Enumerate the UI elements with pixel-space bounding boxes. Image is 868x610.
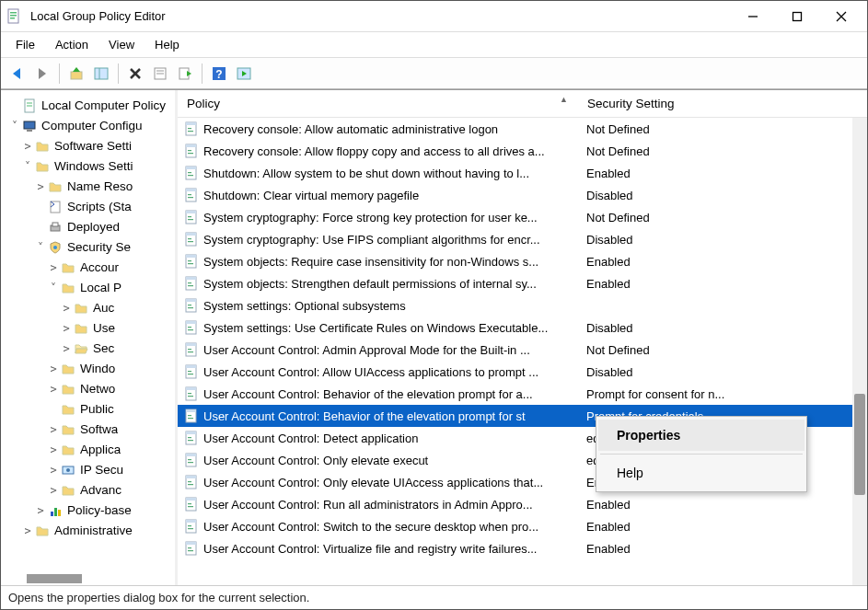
expand-icon[interactable]: > [34, 177, 47, 197]
tree-item[interactable]: Scripts (Sta [1, 197, 175, 217]
folder-icon [60, 482, 76, 499]
list-row[interactable]: System cryptography: Force strong key pr… [178, 206, 867, 228]
column-header-setting[interactable]: Security Setting [578, 93, 867, 114]
tree-item[interactable]: >Name Reso [1, 177, 175, 197]
menu-help[interactable]: Help [145, 35, 189, 54]
list-row[interactable]: Shutdown: Clear virtual memory pagefileD… [178, 184, 867, 206]
tree-item[interactable]: >Sec [1, 339, 175, 359]
expand-icon[interactable]: > [60, 318, 73, 339]
expand-icon[interactable]: > [47, 460, 60, 480]
tree-item[interactable]: ˅Local P [1, 278, 175, 298]
svg-rect-64 [186, 255, 196, 258]
folder-icon [60, 442, 76, 458]
tree-item[interactable]: Local Computer Policy [1, 96, 175, 116]
policy-setting: Not Defined [581, 211, 867, 224]
tree-item-label: Applica [80, 440, 121, 460]
tree-item[interactable]: >Applica [1, 440, 175, 460]
show-hide-tree-button[interactable] [90, 63, 112, 85]
back-button[interactable] [6, 63, 29, 85]
horizontal-scrollbar-thumb[interactable] [27, 574, 82, 583]
list-body[interactable]: Recovery console: Allow automatic admini… [178, 118, 867, 585]
expand-icon[interactable]: ˅ [21, 156, 34, 177]
list-row[interactable]: System objects: Require case insensitivi… [178, 250, 867, 272]
svg-rect-52 [186, 189, 196, 191]
expand-icon[interactable]: > [47, 440, 60, 460]
svg-rect-29 [27, 130, 32, 132]
close-button[interactable] [819, 2, 863, 31]
expand-icon[interactable]: > [47, 379, 60, 399]
help-button[interactable]: ? [208, 63, 230, 85]
context-menu-help[interactable]: Help [598, 457, 804, 489]
list-row[interactable]: Shutdown: Allow system to be shut down w… [178, 162, 867, 184]
tree-item[interactable]: >Windo [1, 359, 175, 379]
show-extended-button[interactable] [233, 63, 255, 85]
expand-icon[interactable]: ˅ [47, 278, 60, 298]
list-row[interactable]: Recovery console: Allow automatic admini… [178, 118, 867, 140]
expand-icon[interactable]: > [34, 501, 47, 521]
menu-view[interactable]: View [99, 35, 144, 54]
tree-item[interactable]: >Accour [1, 258, 175, 278]
menu-action[interactable]: Action [46, 35, 98, 54]
tree-item[interactable]: ˅Security Se [1, 237, 175, 258]
properties-button[interactable] [149, 63, 171, 85]
list-row[interactable]: Recovery console: Allow floppy copy and … [178, 140, 867, 162]
list-row[interactable]: User Account Control: Virtualize file an… [178, 537, 867, 559]
list-row[interactable]: User Account Control: Behavior of the el… [178, 383, 867, 405]
tree-item[interactable]: >Softwa [1, 420, 175, 440]
computer-icon [21, 118, 38, 134]
expand-icon[interactable]: > [47, 480, 60, 501]
tree-item-label: Policy-base [67, 501, 132, 521]
expand-icon[interactable]: > [47, 420, 60, 440]
list-row[interactable]: System cryptography: Use FIPS compliant … [178, 228, 867, 250]
tree-item-label: Sec [93, 339, 114, 359]
tree-item[interactable]: >Netwo [1, 379, 175, 399]
list-row[interactable]: User Account Control: Switch to the secu… [178, 515, 867, 537]
policy-item-icon [181, 496, 202, 512]
maximize-button[interactable] [775, 2, 819, 31]
expand-icon[interactable]: > [60, 339, 73, 359]
svg-rect-56 [186, 211, 196, 213]
svg-rect-45 [188, 150, 191, 151]
tree-item[interactable]: >Software Setti [1, 136, 175, 156]
tree-item[interactable]: ˅Windows Setti [1, 156, 175, 177]
tree-item[interactable]: >IP Secu [1, 460, 175, 480]
folder-icon [60, 259, 76, 276]
tree-item[interactable]: ˅Computer Configu [1, 116, 175, 136]
tree-pane[interactable]: Local Computer Policy˅Computer Configu>S… [1, 90, 178, 585]
list-row[interactable]: System settings: Use Certificate Rules o… [178, 317, 867, 339]
tree-item[interactable]: Deployed [1, 217, 175, 237]
expand-icon[interactable]: > [21, 136, 34, 156]
svg-rect-110 [188, 506, 193, 507]
up-button[interactable] [65, 63, 87, 85]
list-row[interactable]: System objects: Strengthen default permi… [178, 272, 867, 294]
forward-button[interactable] [31, 63, 53, 85]
tree-item[interactable]: >Auc [1, 298, 175, 318]
context-menu-properties[interactable]: Properties [598, 420, 804, 451]
expand-icon[interactable]: > [47, 258, 60, 278]
tree-item[interactable]: >Policy-base [1, 501, 175, 521]
export-button[interactable] [174, 63, 196, 85]
list-row[interactable]: User Account Control: Run all administra… [178, 493, 867, 515]
expand-icon[interactable]: > [60, 298, 73, 318]
list-row[interactable]: User Account Control: Admin Approval Mod… [178, 339, 867, 361]
tree-item[interactable]: >Advanc [1, 480, 175, 501]
tree-item[interactable]: >Use [1, 318, 175, 339]
tree-item[interactable]: Public [1, 399, 175, 420]
vertical-scrollbar[interactable] [852, 118, 867, 585]
expand-icon[interactable]: ˅ [8, 116, 21, 136]
tree-item[interactable]: >Administrative [1, 521, 175, 541]
vertical-scrollbar-thumb[interactable] [854, 394, 865, 495]
delete-button[interactable] [124, 63, 146, 85]
list-row[interactable]: System settings: Optional subsystems [178, 294, 867, 317]
svg-rect-77 [188, 327, 191, 328]
policy-name: User Account Control: Virtualize file an… [202, 542, 581, 556]
expand-icon[interactable]: > [21, 521, 34, 541]
policy-item-icon [181, 319, 202, 336]
app-icon [5, 7, 23, 26]
expand-icon[interactable]: ˅ [34, 237, 47, 258]
column-header-policy[interactable]: Policy [178, 93, 578, 114]
minimize-button[interactable] [731, 2, 775, 31]
menu-file[interactable]: File [6, 35, 44, 54]
expand-icon[interactable]: > [47, 359, 60, 379]
list-row[interactable]: User Account Control: Allow UIAccess app… [178, 361, 867, 383]
